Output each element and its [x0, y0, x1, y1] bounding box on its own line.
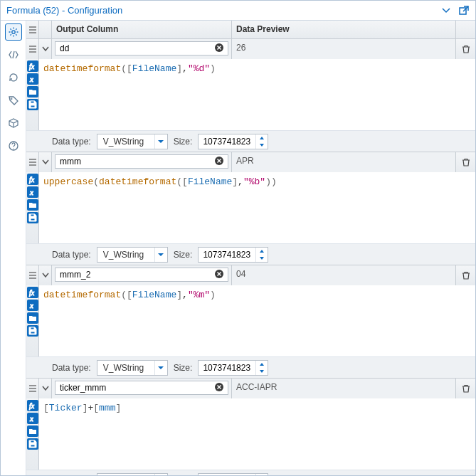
help-icon[interactable] [5, 137, 22, 154]
refresh-icon[interactable] [5, 69, 22, 86]
chevron-down-icon[interactable] [441, 6, 451, 16]
folder-button[interactable] [27, 312, 38, 324]
svg-rect-38 [31, 440, 34, 443]
size-input[interactable] [199, 134, 255, 149]
spinner-up-icon[interactable] [256, 248, 268, 255]
svg-point-2 [11, 98, 12, 100]
hamburger-icon[interactable] [26, 39, 39, 59]
variables-button[interactable]: x [27, 186, 38, 198]
hamburger-icon[interactable] [26, 379, 39, 398]
spinner-up-icon[interactable] [256, 474, 268, 476]
spinner-up-icon[interactable] [256, 361, 268, 368]
formula-block: ACC-IAPRfxx[Ticker]+[mmm]Data type:V_WSt… [26, 379, 475, 475]
hamburger-icon[interactable] [26, 152, 39, 172]
data-type-value: V_WString [97, 137, 154, 147]
expression-editor[interactable]: datetimeformat([FileName],"%m") [39, 285, 475, 356]
variables-button[interactable]: x [27, 413, 38, 424]
size-label: Size: [174, 250, 193, 260]
collapse-icon[interactable] [39, 152, 52, 172]
delete-icon[interactable] [455, 379, 475, 398]
spinner-down-icon[interactable] [256, 368, 268, 375]
size-input[interactable] [199, 474, 255, 476]
fx-button[interactable]: fx [27, 60, 38, 72]
formula-block: APRfxxuppercase(datetimeformat([FileName… [26, 152, 475, 265]
folder-button[interactable] [27, 199, 38, 211]
svg-rect-15 [31, 105, 35, 107]
svg-rect-30 [31, 327, 34, 329]
save-button[interactable] [27, 212, 38, 223]
size-field[interactable] [198, 360, 268, 376]
clear-icon[interactable] [214, 269, 226, 280]
spinner-down-icon[interactable] [256, 142, 268, 149]
fx-button[interactable]: fx [27, 400, 38, 411]
formula-block: 26fxxdatetimeformat([FileName],"%d")Data… [26, 39, 475, 152]
size-field[interactable] [198, 247, 268, 263]
variables-button[interactable]: x [27, 300, 38, 311]
spinner-down-icon[interactable] [256, 255, 268, 262]
output-column-input[interactable] [55, 154, 228, 169]
size-field[interactable] [198, 134, 268, 149]
collapse-icon[interactable] [39, 265, 52, 285]
chevron-down-icon [154, 134, 167, 149]
delete-icon[interactable] [455, 152, 475, 172]
output-column-input[interactable] [55, 41, 228, 55]
hamburger-icon[interactable] [26, 265, 39, 285]
svg-text:x: x [29, 414, 33, 423]
size-input[interactable] [199, 248, 255, 262]
clear-icon[interactable] [214, 382, 226, 393]
data-type-dropdown[interactable]: V_WString [97, 473, 168, 476]
folder-button[interactable] [27, 86, 38, 97]
expression-editor[interactable]: uppercase(datetimeformat([FileName],"%b"… [39, 172, 475, 243]
data-type-label: Data type: [52, 250, 91, 260]
delete-icon[interactable] [455, 265, 475, 285]
formula-block: 04fxxdatetimeformat([FileName],"%m")Data… [26, 265, 475, 379]
chevron-down-icon [154, 361, 167, 375]
clear-icon[interactable] [214, 156, 226, 167]
folder-button[interactable] [27, 425, 38, 437]
collapse-icon[interactable] [39, 379, 52, 398]
expression-editor[interactable]: datetimeformat([FileName],"%d") [39, 59, 475, 130]
delete-icon[interactable] [455, 39, 475, 59]
window-title: Formula (52) - Configuration [6, 5, 122, 16]
xml-icon[interactable] [5, 46, 22, 63]
package-icon[interactable] [5, 115, 22, 132]
header-data-preview: Data Preview [232, 21, 455, 38]
save-button[interactable] [27, 438, 38, 450]
svg-text:fx: fx [29, 289, 35, 297]
data-type-dropdown[interactable]: V_WString [97, 134, 168, 149]
data-preview-value: ACC-IAPR [232, 379, 455, 398]
output-column-input[interactable] [55, 381, 228, 395]
tag-icon[interactable] [5, 92, 22, 109]
size-field[interactable] [198, 473, 268, 476]
svg-rect-31 [31, 332, 35, 334]
data-type-dropdown[interactable]: V_WString [97, 247, 168, 263]
output-column-input[interactable] [55, 268, 228, 282]
data-preview-value: APR [232, 152, 455, 172]
save-button[interactable] [27, 325, 38, 337]
data-type-dropdown[interactable]: V_WString [97, 360, 168, 376]
chevron-down-icon [154, 474, 167, 476]
data-preview-value: 26 [232, 39, 455, 59]
collapse-icon[interactable] [39, 39, 52, 59]
spinner-up-icon[interactable] [256, 134, 268, 142]
save-button[interactable] [27, 99, 38, 110]
fx-button[interactable]: fx [27, 174, 38, 185]
left-rail [1, 21, 26, 475]
clear-icon[interactable] [214, 43, 226, 54]
svg-rect-39 [31, 445, 35, 447]
fx-button[interactable]: fx [27, 287, 38, 298]
header-output-column: Output Column [52, 21, 232, 38]
title-bar: Formula (52) - Configuration [1, 1, 475, 21]
svg-rect-23 [31, 218, 35, 221]
variables-button[interactable]: x [27, 73, 38, 85]
svg-text:x: x [29, 188, 33, 196]
config-icon[interactable] [5, 23, 22, 41]
svg-text:fx: fx [29, 63, 35, 70]
data-type-label: Data type: [52, 137, 91, 147]
size-input[interactable] [199, 361, 255, 375]
expression-editor[interactable]: [Ticker]+[mmm] [39, 398, 475, 470]
svg-text:x: x [29, 301, 33, 310]
popout-icon[interactable] [458, 5, 470, 16]
svg-text:fx: fx [29, 402, 35, 410]
svg-text:x: x [29, 75, 33, 83]
